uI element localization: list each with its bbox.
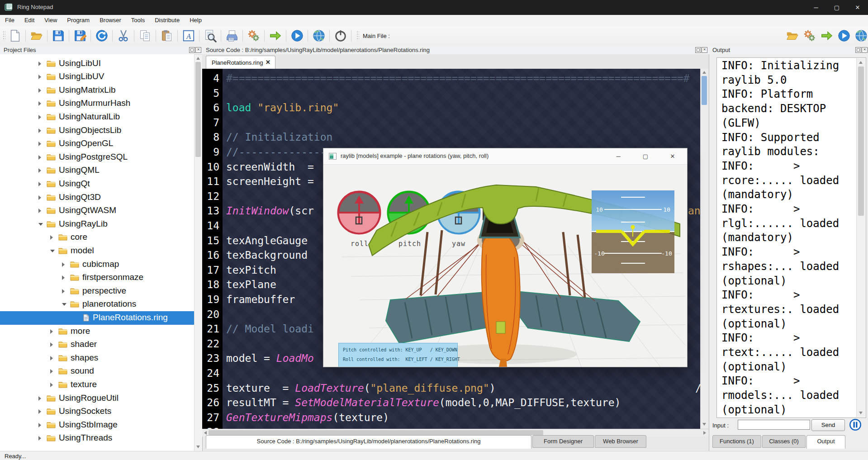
- chevron-down-icon[interactable]: [50, 250, 55, 252]
- goto-arrow-icon[interactable]: [819, 28, 835, 43]
- chevron-right-icon[interactable]: [38, 209, 41, 213]
- scroll-up-icon[interactable]: [859, 61, 863, 64]
- tree-folder-model[interactable]: model: [0, 244, 202, 258]
- save-as-icon[interactable]: [72, 28, 88, 43]
- chevron-right-icon[interactable]: [38, 62, 41, 66]
- float-panel-icon[interactable]: [189, 47, 195, 53]
- tree-folder-sound[interactable]: sound: [0, 365, 202, 378]
- tree-folder-usingrogueutil[interactable]: UsingRogueUtil: [0, 392, 202, 405]
- chevron-right-icon[interactable]: [38, 195, 41, 200]
- hscroll-thumb[interactable]: [209, 430, 543, 435]
- raylib-minimize-button[interactable]: ─: [608, 148, 628, 164]
- menu-view[interactable]: View: [39, 15, 62, 25]
- close-panel-icon[interactable]: ✕: [702, 47, 707, 53]
- chevron-right-icon[interactable]: [50, 329, 53, 334]
- chevron-right-icon[interactable]: [62, 275, 65, 280]
- send-button[interactable]: Send: [811, 419, 845, 431]
- menu-file[interactable]: File: [0, 15, 19, 25]
- tree-folder-usingstbimage[interactable]: UsingStbImage: [0, 418, 202, 432]
- build-gears-icon[interactable]: [802, 28, 817, 43]
- chevron-right-icon[interactable]: [50, 356, 53, 360]
- tab-web-browser[interactable]: Web Browser: [595, 435, 646, 448]
- raylib-window[interactable]: raylib [models] example - plane rotation…: [323, 148, 688, 367]
- chevron-right-icon[interactable]: [38, 396, 41, 401]
- find-icon[interactable]: [203, 28, 218, 43]
- tree-folder-usingopengl[interactable]: UsingOpenGL: [0, 137, 202, 151]
- float-panel-icon[interactable]: [695, 47, 701, 53]
- tree-folder-core[interactable]: core: [0, 231, 202, 244]
- tab-form-designer[interactable]: Form Designer: [532, 435, 594, 448]
- scroll-up-icon[interactable]: [702, 71, 706, 74]
- output-scrollbar-thumb[interactable]: [858, 66, 864, 216]
- run-gui-icon[interactable]: [311, 28, 327, 43]
- save-icon[interactable]: [51, 28, 66, 43]
- chevron-right-icon[interactable]: [38, 155, 41, 160]
- raylib-close-button[interactable]: ✕: [663, 148, 683, 164]
- chevron-right-icon[interactable]: [50, 235, 53, 240]
- menu-distribute[interactable]: Distribute: [150, 15, 185, 25]
- tab-classes-0-[interactable]: Classes (0): [762, 435, 806, 448]
- tree-folder-usingmatrixlib[interactable]: UsingMatrixLib: [0, 84, 202, 97]
- raylib-title-bar[interactable]: raylib [models] example - plane rotation…: [323, 148, 687, 165]
- tree-folder-usinglibui[interactable]: UsingLibUI: [0, 57, 202, 71]
- output-scrollbar[interactable]: [856, 58, 865, 417]
- chevron-right-icon[interactable]: [38, 168, 41, 173]
- tree-folder-usingmurmurhash[interactable]: UsingMurmurHash: [0, 97, 202, 110]
- editor-vertical-scrollbar[interactable]: [700, 69, 708, 429]
- tree-folder-usingpostgresql[interactable]: UsingPostgreSQL: [0, 151, 202, 164]
- close-panel-icon[interactable]: ✕: [862, 47, 868, 53]
- close-button[interactable]: ✕: [847, 0, 868, 15]
- build-gears-icon[interactable]: [246, 28, 261, 43]
- project-scrollbar[interactable]: [194, 54, 203, 451]
- chevron-right-icon[interactable]: [38, 409, 41, 414]
- maximize-button[interactable]: ▢: [826, 0, 847, 15]
- vscroll-thumb[interactable]: [702, 76, 707, 105]
- tree-folder-cubicmap[interactable]: cubicmap: [0, 258, 202, 271]
- chevron-right-icon[interactable]: [50, 342, 53, 347]
- reload-icon[interactable]: [94, 28, 109, 43]
- tree-folder-perspective[interactable]: perspective: [0, 285, 202, 298]
- new-file-icon[interactable]: [7, 28, 23, 43]
- chevron-right-icon[interactable]: [38, 142, 41, 146]
- tree-file-planerotations-ring[interactable]: PlaneRotations.ring: [0, 311, 202, 325]
- chevron-right-icon[interactable]: [38, 101, 41, 106]
- chevron-right-icon[interactable]: [38, 436, 41, 441]
- tree-folder-usingnaturallib[interactable]: UsingNaturalLib: [0, 110, 202, 124]
- tree-folder-usingraylib[interactable]: UsingRayLib: [0, 218, 202, 231]
- scroll-up-icon[interactable]: [196, 57, 200, 60]
- open-folder-icon[interactable]: [29, 28, 44, 43]
- tab-source-code-b-ring-samples-usi[interactable]: Source Code : B:/ring/samples/UsingRayLi…: [206, 435, 531, 449]
- stop-power-icon[interactable]: [333, 28, 348, 43]
- tab-planerotations[interactable]: PlaneRotations.ring ✕: [206, 56, 275, 69]
- font-icon[interactable]: A: [181, 28, 196, 43]
- tree-folder-planerotations[interactable]: planerotations: [0, 298, 202, 311]
- pause-icon[interactable]: [849, 418, 862, 432]
- paste-icon[interactable]: [159, 28, 175, 43]
- project-scrollbar-thumb[interactable]: [195, 62, 201, 157]
- print-icon[interactable]: [224, 28, 240, 43]
- minimize-button[interactable]: ─: [806, 0, 826, 15]
- scroll-right-icon[interactable]: [703, 431, 706, 435]
- run-gui-icon[interactable]: [854, 28, 868, 43]
- menu-tools[interactable]: Tools: [126, 15, 150, 25]
- tab-close-icon[interactable]: ✕: [266, 59, 270, 66]
- tree-folder-usinglibuv[interactable]: UsingLibUV: [0, 70, 202, 84]
- tree-folder-shapes[interactable]: shapes: [0, 351, 202, 365]
- chevron-down-icon[interactable]: [38, 223, 43, 226]
- scroll-left-icon[interactable]: [204, 431, 207, 435]
- tree-folder-firstpersonmaze[interactable]: firstpersonmaze: [0, 271, 202, 285]
- chevron-right-icon[interactable]: [62, 289, 65, 294]
- copy-icon[interactable]: [138, 28, 153, 43]
- scroll-down-icon[interactable]: [859, 412, 863, 414]
- tree-folder-usingthreads[interactable]: UsingThreads: [0, 432, 202, 445]
- cut-icon[interactable]: [116, 28, 131, 43]
- tree-folder-usingsockets[interactable]: UsingSockets: [0, 405, 202, 418]
- tree-folder-usingqml[interactable]: UsingQML: [0, 164, 202, 177]
- chevron-right-icon[interactable]: [50, 383, 53, 387]
- toolbar-grip[interactable]: [356, 31, 359, 41]
- chevron-right-icon[interactable]: [38, 182, 41, 186]
- float-panel-icon[interactable]: [855, 47, 861, 53]
- chevron-right-icon[interactable]: [38, 75, 41, 79]
- goto-arrow-icon[interactable]: [268, 28, 283, 43]
- menu-program[interactable]: Program: [62, 15, 95, 25]
